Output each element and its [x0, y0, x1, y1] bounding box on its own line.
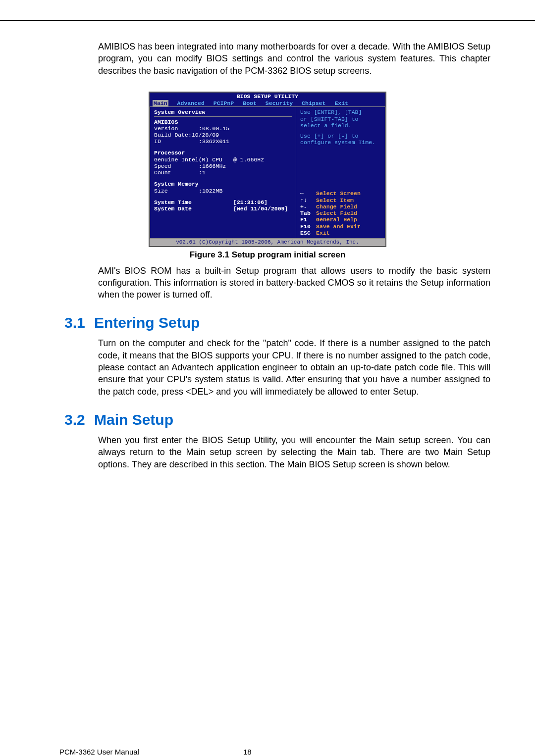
sysmem-header: System Memory: [154, 181, 292, 187]
section-3-1-heading: 3.1Entering Setup: [45, 314, 490, 331]
key-row-3: +-Change Field: [300, 203, 381, 210]
key-row-7: ESCExit: [300, 230, 381, 236]
help-l3: select a field.: [300, 122, 381, 129]
section-3-1-title: Entering Setup: [94, 314, 200, 331]
systime-value: [21:31:06]: [233, 199, 268, 205]
key7-icon: ESC: [300, 230, 316, 236]
builddate-row: Build Date:10/28/09: [154, 132, 292, 138]
count-label: Count: [154, 169, 199, 176]
key-row-1: ←Select Screen: [300, 190, 381, 197]
footer-page-number: 18: [243, 748, 252, 756]
key5-icon: F1: [300, 216, 316, 223]
key-row-5: F1General Help: [300, 216, 381, 223]
help-l2: or [SHIFT-TAB] to: [300, 116, 381, 122]
id-row: ID :3362X011: [154, 138, 292, 145]
section-3-2-number: 3.2: [45, 411, 94, 428]
bios-window: BIOS SETUP UTILITY Main Advanced PCIPnP …: [149, 92, 386, 247]
key-row-2: ↑↓Select Item: [300, 197, 381, 203]
processor-name-row: Genuine Intel(R) CPU @ 1.66GHz: [154, 156, 292, 163]
speed-label: Speed: [154, 163, 199, 169]
sysdate-label: System Date: [154, 205, 233, 212]
speed-row: Speed :1666MHz: [154, 163, 292, 169]
help-l5: configure system Time.: [300, 139, 381, 146]
key7-desc: Exit: [316, 230, 330, 236]
bios-right-panel: Use [ENTER], [TAB] or [SHIFT-TAB] to sel…: [296, 106, 385, 239]
size-value: :1022MB: [199, 188, 222, 194]
sysdate-row: System Date [Wed 11/04/2009]: [154, 205, 292, 212]
overview-header: System Overview: [154, 109, 292, 115]
bios-body: System Overview AMIBIOS Version :08.00.1…: [150, 106, 385, 239]
id-value: :3362X011: [199, 138, 229, 145]
section-3-1-paragraph: Turn on the computer and check for the "…: [45, 337, 490, 397]
version-label: Version: [154, 125, 199, 132]
bios-menu: Main Advanced PCIPnP Boot Security Chips…: [150, 100, 385, 106]
key2-icon: ↑↓: [300, 197, 316, 203]
intro-paragraph: AMIBIOS has been integrated into many mo…: [45, 41, 490, 77]
key1-icon: ←: [300, 190, 316, 197]
processor-header: Processor: [154, 150, 292, 156]
size-label: Size: [154, 188, 199, 194]
bios-title: BIOS SETUP UTILITY: [150, 93, 385, 100]
key-row-4: TabSelect Field: [300, 210, 381, 216]
bios-tab-exit: Exit: [334, 100, 348, 106]
key2-desc: Select Item: [316, 197, 354, 203]
size-row: Size :1022MB: [154, 188, 292, 194]
id-label: ID: [154, 138, 199, 145]
bios-tab-security: Security: [266, 100, 293, 106]
page: AMIBIOS has been integrated into many mo…: [0, 20, 535, 756]
processor-freq: @ 1.66GHz: [233, 156, 264, 163]
amibios-header: AMIBIOS: [154, 119, 292, 125]
post-figure-paragraph: AMI's BIOS ROM has a built-in Setup prog…: [45, 265, 490, 301]
systime-row: System Time [21:31:06]: [154, 199, 292, 205]
key3-desc: Change Field: [316, 203, 357, 210]
systime-label: System Time: [154, 199, 233, 205]
key4-icon: Tab: [300, 210, 316, 216]
key1-desc: Select Screen: [316, 190, 361, 197]
help-l4: Use [+] or [-] to: [300, 133, 381, 139]
section-3-2-heading: 3.2Main Setup: [45, 411, 490, 428]
speed-value: :1666MHz: [199, 163, 226, 169]
bios-tab-main: Main: [153, 100, 168, 106]
bios-tab-advanced: Advanced: [177, 100, 205, 106]
figure-caption: Figure 3.1 Setup program initial screen: [45, 250, 490, 260]
help-l1: Use [ENTER], [TAB]: [300, 109, 381, 115]
bios-footer: v02.61 (C)Copyright 1985-2006, American …: [150, 239, 385, 246]
version-row: Version :08.00.15: [154, 125, 292, 132]
bios-tab-pcipnp: PCIPnP: [214, 100, 234, 106]
processor-name: Genuine Intel(R) CPU: [154, 156, 233, 163]
section-3-1-number: 3.1: [45, 314, 94, 331]
section-3-2-title: Main Setup: [94, 411, 173, 428]
version-value: :08.00.15: [199, 125, 229, 132]
bios-screenshot: BIOS SETUP UTILITY Main Advanced PCIPnP …: [149, 92, 386, 247]
count-value: :1: [199, 169, 206, 176]
key6-icon: F10: [300, 223, 316, 230]
section-3-2-paragraph: When you first enter the BIOS Setup Util…: [45, 434, 490, 470]
sysdate-value: [Wed 11/04/2009]: [233, 205, 288, 212]
key4-desc: Select Field: [316, 210, 357, 216]
key6-desc: Save and Exit: [316, 223, 361, 230]
footer-manual-name: PCM-3362 User Manual: [59, 748, 139, 756]
key3-icon: +-: [300, 203, 316, 210]
bios-tab-boot: Boot: [243, 100, 257, 106]
page-footer: PCM-3362 User Manual 18: [45, 748, 490, 756]
count-row: Count :1: [154, 169, 292, 176]
bios-tab-chipset: Chipset: [302, 100, 325, 106]
key5-desc: General Help: [316, 216, 357, 223]
key-row-6: F10Save and Exit: [300, 223, 381, 230]
bios-left-panel: System Overview AMIBIOS Version :08.00.1…: [150, 106, 296, 239]
